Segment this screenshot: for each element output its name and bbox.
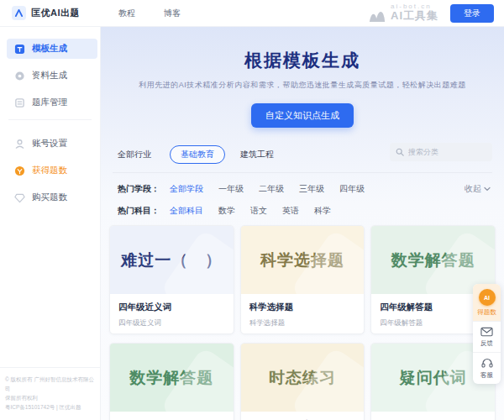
collapse-toggle[interactable]: 收起: [465, 183, 491, 195]
logo-icon: [12, 6, 26, 20]
card-subtitle: 科学选择题: [249, 318, 356, 328]
question-bank-icon: [13, 97, 25, 108]
earned-count-label: 得题数: [477, 308, 496, 317]
industry-tabs: 全部行业 基础教育 建筑工程: [101, 145, 504, 164]
stage-option-grade2[interactable]: 二年级: [259, 183, 284, 195]
sidebar-item-label: 资料生成: [32, 70, 67, 81]
sidebar: 模板生成 资料生成 题库管理 账号设置: [0, 27, 101, 420]
app-title: 匡优AI出题: [31, 7, 80, 19]
sidebar-item-label: 模板生成: [32, 43, 67, 55]
account-icon: [13, 138, 25, 150]
paw-logo-icon: [368, 9, 386, 23]
header-nav: 教程 博客: [118, 8, 181, 19]
copyright-footer: © 版权所有 广州好智信息技术有限公司 保留所有权利 粤ICP备15101742…: [0, 367, 101, 412]
icp-line: 粤ICP备15101742号 | 匡优出题: [5, 402, 96, 412]
feedback-button[interactable]: 反馈: [473, 321, 501, 352]
page: 匡优AI出题 教程 博客 ai-bot.cn AI工具集 登录 模板生成: [0, 0, 504, 420]
stage-option-grade1[interactable]: 一年级: [218, 183, 244, 195]
copyright-line: © 版权所有 广州好智信息技术有限公司: [5, 375, 96, 393]
subject-option-science[interactable]: 科学: [314, 205, 331, 217]
material-icon: [13, 70, 25, 81]
card-title: 四年级近义词: [118, 302, 225, 313]
page-subtitle: 利用先进的AI技术精准分析内容和需求，帮助您迅速批量生成高质量试题，轻松解决出题…: [101, 80, 504, 91]
card-banner: 数学解答题: [110, 344, 234, 412]
template-card[interactable]: 科学选择题 科学选择题 科学选择题: [240, 225, 365, 334]
stage-option-grade4[interactable]: 四年级: [339, 183, 365, 195]
nav-tutorial[interactable]: 教程: [118, 8, 135, 19]
search-icon: [396, 148, 404, 156]
card-banner: 时态练习: [241, 344, 365, 412]
page-title: 根据模板生成: [101, 49, 504, 72]
watermark-brand: AI工具集: [391, 10, 438, 23]
ai-coin-icon: AI: [479, 289, 496, 306]
template-card-grid: 难过一（ ） 四年级近义词 四年级近义词 科学选择题 科学选择题 科学选择题 数…: [109, 225, 496, 420]
custom-knowledge-generate-button[interactable]: 自定义知识点生成: [251, 103, 354, 128]
filter-stage-row: 热门学段： 全部学段 一年级 二年级 三年级 四年级 收起: [101, 183, 504, 195]
sidebar-item-material-generate[interactable]: 资料生成: [7, 66, 97, 86]
sidebar-item-purchase-count[interactable]: 购买题数: [7, 187, 97, 207]
watermark: ai-bot.cn AI工具集: [368, 3, 438, 23]
search-input[interactable]: [408, 148, 484, 156]
top-header: 匡优AI出题 教程 博客 ai-bot.cn AI工具集 登录: [0, 0, 504, 27]
headset-icon: [481, 358, 493, 369]
card-title: 四年级解答题: [380, 302, 486, 313]
support-button[interactable]: 客服: [473, 352, 501, 384]
subject-option-chinese[interactable]: 语文: [250, 205, 267, 217]
card-title: 科学选择题: [249, 302, 356, 313]
purchase-icon: [13, 192, 25, 203]
copyright-line: 保留所有权利: [5, 393, 96, 402]
sidebar-item-template-generate[interactable]: 模板生成: [7, 39, 97, 59]
app-logo[interactable]: 匡优AI出题: [0, 6, 80, 20]
support-label: 客服: [480, 371, 493, 380]
main-content: 根据模板生成 利用先进的AI技术精准分析内容和需求，帮助您迅速批量生成高质量试题…: [101, 27, 504, 420]
envelope-icon: [480, 327, 493, 337]
template-card[interactable]: 数学解答题 三年级解答题: [109, 343, 234, 420]
template-card[interactable]: 时态练习 三年级英语时态练习: [240, 343, 365, 420]
sidebar-divider: [8, 119, 92, 120]
sidebar-item-label: 获得题数: [32, 165, 67, 176]
feedback-label: 反馈: [480, 339, 493, 348]
sidebar-item-label: 账号设置: [32, 138, 67, 150]
template-icon: [13, 43, 25, 55]
sidebar-item-earned-count[interactable]: 获得题数: [7, 160, 97, 181]
earned-count-float-button[interactable]: AI 得题数: [473, 284, 501, 321]
sidebar-item-label: 购买题数: [32, 192, 67, 203]
collapse-label: 收起: [465, 183, 481, 195]
stage-option-grade3[interactable]: 三年级: [299, 183, 324, 195]
chevron-down-icon: [484, 186, 491, 192]
divider: [113, 172, 492, 173]
category-search[interactable]: [390, 143, 492, 161]
card-subtitle: 四年级近义词: [118, 318, 225, 328]
earned-count-icon: [13, 165, 25, 176]
login-button[interactable]: 登录: [450, 4, 494, 23]
filter-subject-row: 热门科目： 全部科目 数学 语文 英语 科学: [101, 205, 504, 217]
subject-option-english[interactable]: 英语: [282, 205, 299, 217]
tab-basic-education[interactable]: 基础教育: [170, 145, 225, 164]
template-card[interactable]: 难过一（ ） 四年级近义词 四年级近义词: [109, 225, 234, 334]
card-subtitle: 四年级解答题: [380, 318, 486, 328]
floating-action-bar: AI 得题数 反馈 客服: [473, 284, 501, 384]
stage-filter-label: 热门学段：: [118, 183, 160, 195]
card-banner: 难过一（ ）: [110, 226, 234, 294]
tab-all-industries[interactable]: 全部行业: [118, 149, 151, 160]
sidebar-item-account-settings[interactable]: 账号设置: [7, 134, 97, 154]
tab-construction[interactable]: 建筑工程: [240, 149, 274, 160]
subject-filter-label: 热门科目：: [118, 205, 160, 217]
subject-option-all[interactable]: 全部科目: [170, 205, 203, 217]
card-banner: 科学选择题: [241, 226, 365, 294]
sidebar-item-label: 题库管理: [32, 97, 67, 108]
subject-option-math[interactable]: 数学: [218, 205, 235, 217]
stage-option-all[interactable]: 全部学段: [170, 183, 203, 195]
nav-blog[interactable]: 博客: [164, 8, 181, 19]
sidebar-item-question-bank[interactable]: 题库管理: [7, 92, 97, 113]
